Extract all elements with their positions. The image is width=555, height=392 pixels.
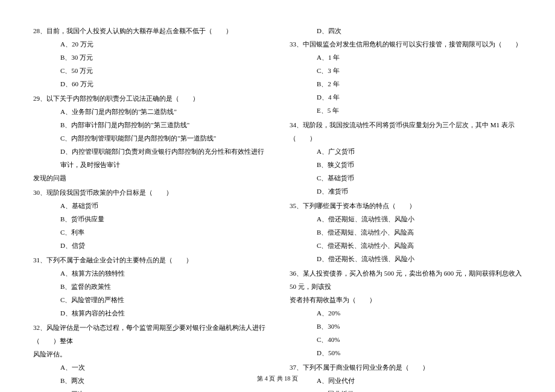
option-c: C、三次 (33, 387, 265, 392)
question-34: 34、现阶段，我国按流动性不同将货币供应量划分为三个层次，其中 M1 表示（ ）… (290, 118, 522, 198)
option-c: C、风险管理的严格性 (33, 293, 265, 306)
option-c: C、3 年 (290, 64, 522, 77)
question-text: 35、下列哪些属于资本市场的特点（ ） (290, 199, 522, 212)
option-a: A、20 万元 (33, 37, 265, 51)
option-c: C、基础货币 (290, 171, 522, 185)
question-text: 29、以下关于内部控制的职责分工说法正确的是（ ） (33, 92, 265, 105)
option-c: C、40% (290, 333, 522, 346)
option-a: A、业务部门是内部控制的"第二道防线" (33, 105, 265, 118)
option-d-continuation: 发现的问题 (33, 171, 265, 185)
option-d: D、信贷 (33, 239, 265, 252)
option-d: D、60 万元 (33, 77, 265, 90)
option-a: A、基础货币 (33, 199, 265, 212)
option-d: D、核算内容的社会性 (33, 306, 265, 320)
option-a: A、20% (290, 306, 522, 320)
option-d: D、4 年 (290, 90, 522, 104)
option-c: C、内部控制管理职能部门是内部控制的"第一道防线" (33, 131, 265, 145)
question-text: 28、目前，我国个人投资人认购的大额存单起点金额不低于（ ） (33, 24, 265, 37)
option-b: B、30% (290, 320, 522, 333)
question-text: 30、现阶段我国货币政策的中介目标是（ ） (33, 186, 265, 199)
question-text: 34、现阶段，我国按流动性不同将货币供应量划分为三个层次，其中 M1 表示（ ） (290, 118, 522, 145)
question-continuation: 风险评估。 (33, 347, 265, 361)
question-text: 36、某人投资债券，买入价格为 500 元，卖出价格为 600 元，期间获得利息… (290, 267, 522, 293)
option-b: B、同业拆借 (290, 387, 522, 392)
option-c: C、偿还期长、流动性小、风险高 (290, 239, 522, 252)
question-text: 31、下列不属于金融企业会计的主要特点的是（ ） (33, 253, 265, 267)
question-33: 33、中国银监会对发生信用危机的银行可以实行接管，接管期限可以为（ ） A、1 … (290, 37, 522, 117)
question-36: 36、某人投资债券，买入价格为 500 元，卖出价格为 600 元，期间获得利息… (290, 267, 522, 359)
right-column: D、四次 33、中国银监会对发生信用危机的银行可以实行接管，接管期限可以为（ ）… (290, 24, 522, 362)
question-text: 33、中国银监会对发生信用危机的银行可以实行接管，接管期限可以为（ ） (290, 37, 522, 51)
option-d: D、准货币 (290, 185, 522, 198)
option-b: B、偿还期短、流动性小、风险高 (290, 226, 522, 239)
option-b: B、2 年 (290, 77, 522, 90)
option-d: D、内控管理职能部门负责对商业银行内部控制的充分性和有效性进行审计，及时报告审计 (33, 145, 265, 171)
option-b: B、货币供应量 (33, 212, 265, 226)
option-b: B、监督的政策性 (33, 280, 265, 293)
option-d: D、偿还期长、流动性强、风险小 (290, 252, 522, 265)
question-29: 29、以下关于内部控制的职责分工说法正确的是（ ） A、业务部门是内部控制的"第… (33, 92, 265, 185)
option-a: A、核算方法的独特性 (33, 267, 265, 280)
option-a: A、偿还期短、流动性强、风险小 (290, 212, 522, 226)
option-d: D、50% (290, 346, 522, 359)
question-31: 31、下列不属于金融企业会计的主要特点的是（ ） A、核算方法的独特性 B、监督… (33, 253, 265, 320)
option-e: E、5 年 (290, 104, 522, 117)
content-columns: 28、目前，我国个人投资人认购的大额存单起点金额不低于（ ） A、20 万元 B… (33, 24, 522, 362)
question-text: 37、下列不属于商业银行同业业务的是（ ） (290, 361, 522, 374)
option-b: B、狭义货币 (290, 158, 522, 171)
option-a: A、广义货币 (290, 145, 522, 158)
question-28: 28、目前，我国个人投资人认购的大额存单起点金额不低于（ ） A、20 万元 B… (33, 24, 265, 90)
option-c: C、利率 (33, 226, 265, 239)
option-d: D、四次 (290, 24, 522, 37)
option-c: C、50 万元 (33, 64, 265, 77)
page-footer: 第 4 页 共 18 页 (0, 375, 555, 383)
question-30: 30、现阶段我国货币政策的中介目标是（ ） A、基础货币 B、货币供应量 C、利… (33, 186, 265, 252)
question-text: 32、风险评估是一个动态过程，每个监管周期至少要对银行业金融机构法人进行（ ）整… (33, 321, 265, 347)
option-b: B、内部审计部门是内部控制的"第三道防线" (33, 118, 265, 131)
question-35: 35、下列哪些属于资本市场的特点（ ） A、偿还期短、流动性强、风险小 B、偿还… (290, 199, 522, 265)
left-column: 28、目前，我国个人投资人认购的大额存单起点金额不低于（ ） A、20 万元 B… (33, 24, 265, 362)
option-a: A、一次 (33, 361, 265, 374)
question-continuation: 资者持有期收益率为（ ） (290, 293, 522, 306)
option-b: B、30 万元 (33, 51, 265, 64)
option-a: A、1 年 (290, 51, 522, 64)
